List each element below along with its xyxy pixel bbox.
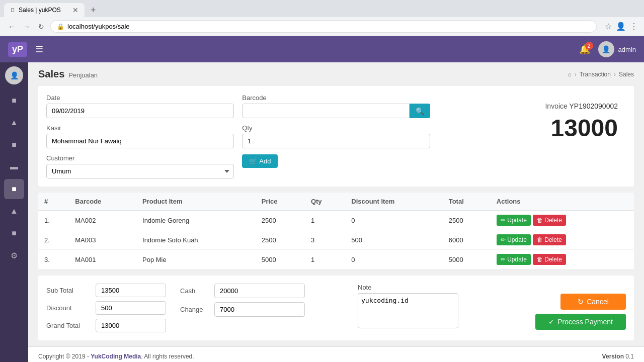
cell-qty: 3 bbox=[305, 230, 345, 250]
sidebar-item-delivery[interactable]: ▲ bbox=[4, 113, 24, 133]
discount-label: Discount bbox=[46, 304, 92, 312]
col-discount: Discount Item bbox=[345, 193, 442, 211]
cell-qty: 1 bbox=[305, 211, 345, 230]
left-form-col: Date Kasir Customer Umum bbox=[46, 94, 234, 178]
col-price: Price bbox=[256, 193, 305, 211]
cell-product: Indomie Goreng bbox=[136, 211, 256, 230]
delete-button-2[interactable]: 🗑 Delete bbox=[533, 254, 566, 265]
table-body: 1. MA002 Indomie Goreng 2500 1 0 2500 ✏ … bbox=[38, 211, 634, 269]
barcode-input-group: 🔍 bbox=[242, 104, 430, 118]
cell-actions: ✏ Update 🗑 Delete bbox=[491, 211, 634, 230]
subtotal-input[interactable] bbox=[96, 284, 166, 297]
username-label: admin bbox=[618, 46, 636, 53]
note-textarea[interactable]: yukcoding.id bbox=[358, 293, 458, 328]
update-button-2[interactable]: ✏ Update bbox=[497, 254, 531, 265]
change-input[interactable] bbox=[214, 302, 305, 317]
col-product: Product Item bbox=[136, 193, 256, 211]
cash-input[interactable] bbox=[214, 284, 305, 298]
process-icon: ✓ bbox=[548, 318, 554, 326]
action-buttons: ✏ Update 🗑 Delete bbox=[497, 215, 628, 226]
cell-barcode: MA003 bbox=[69, 230, 136, 250]
new-tab-button[interactable]: + bbox=[87, 5, 100, 16]
sidebar-item-sales[interactable]: ■ bbox=[4, 179, 24, 199]
footer: Copyright © 2019 - YukCoding Media. All … bbox=[28, 346, 644, 362]
update-button-0[interactable]: ✏ Update bbox=[497, 215, 531, 226]
cell-barcode: MA001 bbox=[69, 250, 136, 269]
cell-price: 2500 bbox=[256, 211, 305, 230]
active-tab[interactable]: 🗋 Sales | yukPOS ✕ bbox=[4, 3, 85, 17]
cell-num: 3. bbox=[38, 250, 69, 269]
process-payment-button[interactable]: ✓ Process Payment bbox=[535, 314, 626, 330]
sidebar: 👤 ■ ▲ ■ ▬ ■ ▲ ■ ⚙ bbox=[0, 62, 28, 362]
tab-bar: 🗋 Sales | yukPOS ✕ + bbox=[0, 0, 644, 17]
sidebar-item-reports[interactable]: ▬ bbox=[4, 157, 24, 177]
account-icon[interactable]: 👤 bbox=[616, 22, 626, 31]
barcode-search-button[interactable]: 🔍 bbox=[410, 104, 430, 118]
delete-button-0[interactable]: 🗑 Delete bbox=[533, 215, 566, 226]
add-btn-wrapper: 🛒 Add bbox=[242, 154, 430, 168]
customer-select[interactable]: Umum bbox=[46, 164, 234, 178]
cancel-button[interactable]: ↻ Cancel bbox=[560, 294, 626, 310]
barcode-input[interactable] bbox=[242, 104, 409, 118]
url-box[interactable]: 🔒 localhost/yukpos/sale bbox=[50, 20, 597, 33]
action-col: ↻ Cancel ✓ Process Payment bbox=[535, 284, 626, 330]
delete-button-1[interactable]: 🗑 Delete bbox=[533, 234, 566, 245]
breadcrumb-current: Sales bbox=[619, 71, 634, 78]
footer-brand-link[interactable]: YukCoding Media bbox=[91, 353, 141, 360]
breadcrumb-transaction[interactable]: Transaction bbox=[580, 71, 611, 78]
cell-total: 6000 bbox=[443, 230, 491, 250]
back-button[interactable]: ← bbox=[6, 21, 17, 33]
tab-label: Sales | yukPOS bbox=[19, 7, 61, 14]
notification-bell[interactable]: 🔔 2 bbox=[579, 44, 590, 55]
date-input[interactable] bbox=[46, 104, 234, 118]
table-row: 3. MA001 Pop Mie 5000 1 0 5000 ✏ Update … bbox=[38, 250, 634, 269]
customer-group: Customer Umum bbox=[46, 154, 234, 178]
kasir-group: Kasir bbox=[46, 124, 234, 148]
kasir-input[interactable] bbox=[46, 134, 234, 148]
menu-icon[interactable]: ⋮ bbox=[630, 22, 638, 31]
middle-form-col: Barcode 🔍 Qty 🛒 Add bbox=[242, 94, 430, 168]
footer-version: Version 0.1 bbox=[602, 353, 634, 360]
table-header: # Barcode Product Item Price Qty Discoun… bbox=[38, 193, 634, 211]
change-label: Change bbox=[180, 306, 210, 313]
grandtotal-label: Grand Total bbox=[46, 322, 92, 329]
sidebar-item-analytics[interactable]: ▲ bbox=[4, 201, 24, 221]
update-button-1[interactable]: ✏ Update bbox=[497, 234, 531, 245]
page-header: Sales Penjualan ⌂ › Transaction › Sales bbox=[28, 62, 644, 86]
tab-close-button[interactable]: ✕ bbox=[72, 6, 78, 14]
cell-qty: 1 bbox=[305, 250, 345, 269]
invoice-label: Invoice bbox=[545, 102, 567, 110]
cell-discount: 0 bbox=[345, 211, 442, 230]
discount-input[interactable] bbox=[96, 301, 166, 315]
reload-button[interactable]: ↻ bbox=[36, 21, 46, 33]
browser-chrome: 🗋 Sales | yukPOS ✕ + ← → ↻ 🔒 localhost/y… bbox=[0, 0, 644, 36]
sidebar-item-customers[interactable]: ■ bbox=[4, 135, 24, 155]
table-row: 1. MA002 Indomie Goreng 2500 1 0 2500 ✏ … bbox=[38, 211, 634, 230]
add-button[interactable]: 🛒 Add bbox=[242, 154, 278, 168]
note-label: Note bbox=[358, 284, 527, 291]
top-form-card: Date Kasir Customer Umum bbox=[38, 86, 634, 187]
action-buttons: ✏ Update 🗑 Delete bbox=[497, 234, 628, 245]
cell-total: 5000 bbox=[443, 250, 491, 269]
star-icon[interactable]: ☆ bbox=[605, 22, 612, 31]
home-icon[interactable]: ⌂ bbox=[568, 71, 571, 78]
forward-button[interactable]: → bbox=[21, 21, 32, 33]
change-row: Change bbox=[180, 302, 350, 317]
sidebar-item-dashboard[interactable]: ■ bbox=[4, 90, 24, 111]
breadcrumb: ⌂ › Transaction › Sales bbox=[568, 71, 634, 78]
address-bar: ← → ↻ 🔒 localhost/yukpos/sale ☆ 👤 ⋮ bbox=[0, 17, 644, 36]
cancel-icon: ↻ bbox=[578, 298, 584, 306]
sidebar-item-settings[interactable]: ⚙ bbox=[4, 245, 24, 265]
qty-group: Qty bbox=[242, 124, 430, 148]
nav-user-area[interactable]: 👤 admin bbox=[598, 41, 636, 57]
hamburger-menu[interactable]: ☰ bbox=[33, 42, 45, 57]
col-qty: Qty bbox=[305, 193, 345, 211]
qty-input[interactable] bbox=[242, 134, 430, 148]
grandtotal-row: Grand Total bbox=[46, 319, 172, 332]
cancel-label: Cancel bbox=[587, 298, 609, 306]
cart-icon: 🛒 bbox=[249, 157, 257, 165]
footer-copyright: Copyright © 2019 - YukCoding Media. All … bbox=[38, 353, 194, 360]
grandtotal-input[interactable] bbox=[96, 319, 166, 332]
sidebar-item-users[interactable]: ■ bbox=[4, 223, 24, 243]
barcode-group: Barcode 🔍 bbox=[242, 94, 430, 118]
